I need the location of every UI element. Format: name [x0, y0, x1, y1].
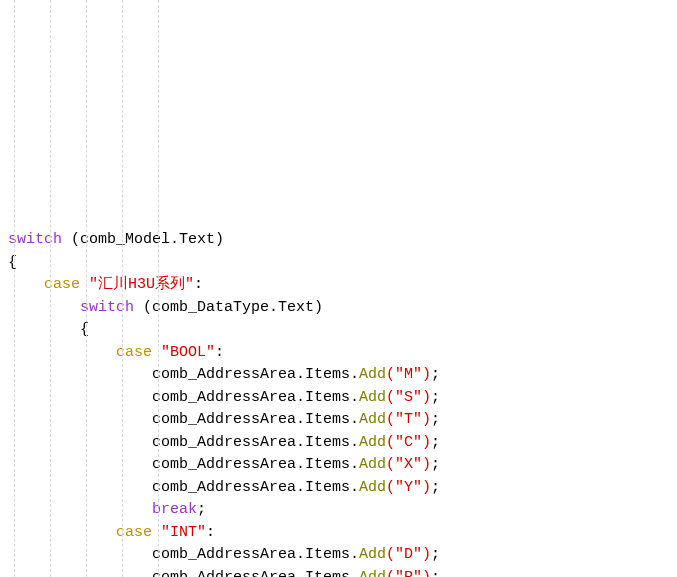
- case-label-h3u: "汇川H3U系列": [89, 276, 194, 293]
- line-12: comb_AddressArea.Items.Add("Y");: [8, 479, 440, 496]
- semi: ;: [431, 479, 440, 496]
- call-prefix: comb_AddressArea.Items.: [152, 411, 359, 428]
- call-prefix: comb_AddressArea.Items.: [152, 366, 359, 383]
- semi: ;: [431, 366, 440, 383]
- call-prefix: comb_AddressArea.Items.: [152, 479, 359, 496]
- method-add: Add: [359, 411, 386, 428]
- line-9: comb_AddressArea.Items.Add("T");: [8, 411, 440, 428]
- semi: ;: [197, 501, 206, 518]
- method-add: Add: [359, 389, 386, 406]
- line-5: {: [8, 321, 89, 338]
- keyword-switch: switch: [80, 299, 134, 316]
- keyword-case: case: [44, 276, 80, 293]
- line-11: comb_AddressArea.Items.Add("X");: [8, 456, 440, 473]
- brace-open: {: [80, 321, 89, 338]
- line-4: switch (comb_DataType.Text): [8, 299, 323, 316]
- line-16: comb_AddressArea.Items.Add("R");: [8, 569, 440, 578]
- line-3: case "汇川H3U系列":: [8, 276, 203, 293]
- semi: ;: [431, 389, 440, 406]
- semi: ;: [431, 411, 440, 428]
- keyword-case: case: [116, 524, 152, 541]
- colon: :: [215, 344, 224, 361]
- arg-s: ("S"): [386, 389, 431, 406]
- semi: ;: [431, 434, 440, 451]
- arg-x: ("X"): [386, 456, 431, 473]
- keyword-break: break: [152, 501, 197, 518]
- line-1: switch (comb_Model.Text): [8, 231, 224, 248]
- call-prefix: comb_AddressArea.Items.: [152, 546, 359, 563]
- semi: ;: [431, 456, 440, 473]
- line-10: comb_AddressArea.Items.Add("C");: [8, 434, 440, 451]
- switch-inner-expr: (comb_DataType.Text): [134, 299, 323, 316]
- call-prefix: comb_AddressArea.Items.: [152, 456, 359, 473]
- arg-t: ("T"): [386, 411, 431, 428]
- arg-c: ("C"): [386, 434, 431, 451]
- keyword-case: case: [116, 344, 152, 361]
- line-6: case "BOOL":: [8, 344, 224, 361]
- case-label-int: "INT": [161, 524, 206, 541]
- method-add: Add: [359, 434, 386, 451]
- semi: ;: [431, 546, 440, 563]
- line-14: case "INT":: [8, 524, 215, 541]
- line-8: comb_AddressArea.Items.Add("S");: [8, 389, 440, 406]
- line-15: comb_AddressArea.Items.Add("D");: [8, 546, 440, 563]
- line-13: break;: [8, 501, 206, 518]
- case-label-bool: "BOOL": [161, 344, 215, 361]
- method-add: Add: [359, 456, 386, 473]
- arg-d: ("D"): [386, 546, 431, 563]
- keyword-switch: switch: [8, 231, 62, 248]
- method-add: Add: [359, 366, 386, 383]
- call-prefix: comb_AddressArea.Items.: [152, 434, 359, 451]
- method-add: Add: [359, 546, 386, 563]
- brace-open: {: [8, 254, 17, 271]
- code-editor[interactable]: switch (comb_Model.Text) { case "汇川H3U系列…: [8, 229, 673, 577]
- method-add: Add: [359, 569, 386, 578]
- colon: :: [206, 524, 215, 541]
- method-add: Add: [359, 479, 386, 496]
- call-prefix: comb_AddressArea.Items.: [152, 569, 359, 578]
- semi: ;: [431, 569, 440, 578]
- arg-r: ("R"): [386, 569, 431, 578]
- line-2: {: [8, 254, 17, 271]
- line-7: comb_AddressArea.Items.Add("M");: [8, 366, 440, 383]
- switch-outer-expr: (comb_Model.Text): [62, 231, 224, 248]
- colon: :: [194, 276, 203, 293]
- call-prefix: comb_AddressArea.Items.: [152, 389, 359, 406]
- arg-m: ("M"): [386, 366, 431, 383]
- arg-y: ("Y"): [386, 479, 431, 496]
